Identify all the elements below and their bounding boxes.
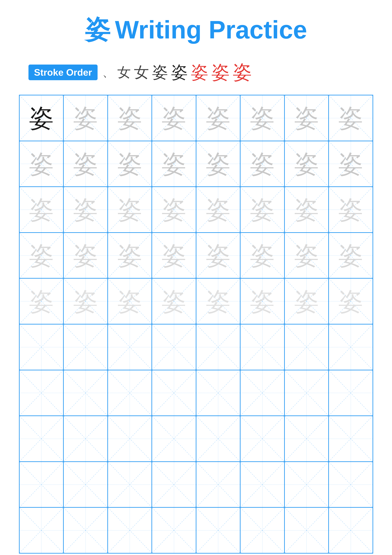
char-glyph-r3-c1: 姿	[73, 243, 98, 268]
grid-cell-r9-c2	[108, 507, 152, 553]
stroke-step-1: 、	[102, 64, 114, 80]
char-glyph-r2-c7: 姿	[338, 197, 363, 222]
char-glyph-r4-c4: 姿	[206, 289, 230, 314]
grid-cell-r8-c3	[152, 462, 196, 508]
grid-cell-r1-c7: 姿	[328, 141, 373, 187]
grid-cell-r2-c5: 姿	[240, 187, 285, 233]
grid-cell-r3-c6: 姿	[285, 233, 329, 278]
page-title: 姿 Writing Practice	[85, 13, 307, 47]
char-glyph-r1-c1: 姿	[73, 152, 98, 176]
grid-cell-r3-c4: 姿	[196, 233, 240, 278]
grid-cell-r2-c4: 姿	[196, 187, 240, 233]
char-glyph-r1-c7: 姿	[338, 152, 363, 176]
stroke-step-8: 姿	[233, 59, 252, 85]
char-glyph-r2-c3: 姿	[162, 197, 186, 222]
stroke-step-7: 姿	[211, 60, 230, 85]
grid-cell-r9-c5	[240, 507, 285, 553]
grid-cell-r6-c4	[196, 370, 240, 416]
char-glyph-r0-c3: 姿	[162, 106, 186, 130]
char-glyph-r0-c0: 姿	[29, 106, 54, 130]
writing-grid: 姿姿姿姿姿姿姿姿姿姿姿姿姿姿姿姿姿姿姿姿姿姿姿姿姿姿姿姿姿姿姿姿姿姿姿姿姿姿姿姿	[19, 95, 373, 554]
grid-cell-r7-c2	[108, 416, 152, 462]
grid-cell-r9-c7	[328, 507, 373, 553]
grid-cell-r7-c3	[152, 416, 196, 462]
grid-cell-r3-c5: 姿	[240, 233, 285, 278]
grid-cell-r3-c1: 姿	[64, 233, 108, 278]
char-glyph-r0-c5: 姿	[250, 106, 275, 130]
grid-cell-r2-c6: 姿	[285, 187, 329, 233]
char-glyph-r4-c0: 姿	[29, 289, 54, 314]
char-glyph-r3-c6: 姿	[294, 243, 319, 268]
grid-cell-r0-c7: 姿	[328, 95, 373, 141]
grid-cell-r2-c1: 姿	[64, 187, 108, 233]
grid-cell-r8-c4	[196, 462, 240, 508]
footer: https://www.strokeorder.com/chinese/姿 字 …	[19, 554, 373, 555]
grid-cell-r6-c2	[108, 370, 152, 416]
grid-cell-r9-c4	[196, 507, 240, 553]
grid-cell-r4-c1: 姿	[64, 278, 108, 324]
grid-cell-r6-c5	[240, 370, 285, 416]
grid-cell-r1-c2: 姿	[108, 141, 152, 187]
grid-cell-r0-c3: 姿	[152, 95, 196, 141]
grid-cell-r5-c4	[196, 324, 240, 370]
char-glyph-r1-c4: 姿	[206, 152, 230, 176]
grid-cell-r9-c1	[64, 507, 108, 553]
grid-cell-r0-c4: 姿	[196, 95, 240, 141]
char-glyph-r1-c3: 姿	[162, 152, 186, 176]
grid-cell-r7-c1	[64, 416, 108, 462]
grid-cell-r5-c3	[152, 324, 196, 370]
title-char: 姿	[85, 13, 110, 47]
grid-cell-r7-c4	[196, 416, 240, 462]
grid-cell-r6-c1	[64, 370, 108, 416]
grid-cell-r8-c6	[285, 462, 329, 508]
stroke-step-6: 姿	[191, 61, 208, 84]
char-glyph-r3-c0: 姿	[29, 243, 54, 268]
grid-cell-r7-c7	[328, 416, 373, 462]
grid-cell-r1-c5: 姿	[240, 141, 285, 187]
char-glyph-r1-c6: 姿	[294, 152, 319, 176]
char-glyph-r4-c7: 姿	[338, 289, 363, 314]
grid-cell-r9-c0	[19, 507, 64, 553]
grid-cell-r8-c1	[64, 462, 108, 508]
grid-cell-r6-c7	[328, 370, 373, 416]
char-glyph-r1-c2: 姿	[117, 152, 142, 176]
stroke-step-3: 女	[134, 62, 149, 83]
grid-cell-r8-c2	[108, 462, 152, 508]
grid-cell-r3-c7: 姿	[328, 233, 373, 278]
char-glyph-r2-c1: 姿	[73, 197, 98, 222]
grid-cell-r0-c0: 姿	[19, 95, 64, 141]
char-glyph-r0-c1: 姿	[73, 106, 98, 130]
char-glyph-r2-c0: 姿	[29, 197, 54, 222]
grid-cell-r2-c0: 姿	[19, 187, 64, 233]
grid-cell-r3-c0: 姿	[19, 233, 64, 278]
char-glyph-r0-c4: 姿	[206, 106, 230, 130]
char-glyph-r3-c4: 姿	[206, 243, 230, 268]
grid-cell-r5-c7	[328, 324, 373, 370]
grid-cell-r5-c2	[108, 324, 152, 370]
grid-cell-r1-c6: 姿	[285, 141, 329, 187]
grid-cell-r5-c1	[64, 324, 108, 370]
stroke-order-badge: Stroke Order	[29, 65, 98, 80]
char-glyph-r1-c0: 姿	[29, 152, 54, 176]
grid-cell-r4-c0: 姿	[19, 278, 64, 324]
stroke-step-5: 姿	[171, 61, 188, 84]
grid-cell-r1-c4: 姿	[196, 141, 240, 187]
grid-cell-r6-c3	[152, 370, 196, 416]
grid-cell-r9-c6	[285, 507, 329, 553]
grid-cell-r8-c5	[240, 462, 285, 508]
grid-cell-r4-c6: 姿	[285, 278, 329, 324]
grid-cell-r3-c3: 姿	[152, 233, 196, 278]
grid-cell-r6-c0	[19, 370, 64, 416]
grid-cell-r5-c5	[240, 324, 285, 370]
grid-cell-r4-c5: 姿	[240, 278, 285, 324]
grid-cell-r0-c6: 姿	[285, 95, 329, 141]
page: 姿 Writing Practice Stroke Order 、 女 女 姿 …	[0, 0, 392, 555]
grid-cell-r6-c6	[285, 370, 329, 416]
grid-cell-r5-c6	[285, 324, 329, 370]
grid-cell-r8-c0	[19, 462, 64, 508]
grid-cell-r7-c0	[19, 416, 64, 462]
char-glyph-r3-c2: 姿	[117, 243, 142, 268]
grid-cell-r2-c7: 姿	[328, 187, 373, 233]
char-glyph-r3-c5: 姿	[250, 243, 275, 268]
char-glyph-r4-c6: 姿	[294, 289, 319, 314]
